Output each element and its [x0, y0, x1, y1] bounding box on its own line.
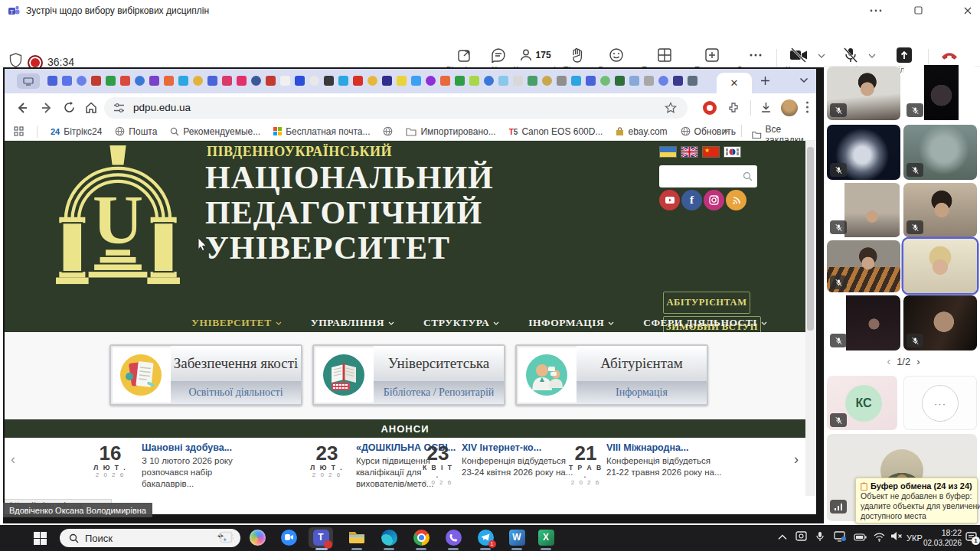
browser-tab-favicon[interactable]: [469, 76, 479, 86]
flag-uk-icon[interactable]: [681, 147, 697, 157]
browser-menu-icon[interactable]: [805, 100, 809, 114]
browser-tab-favicon[interactable]: [309, 76, 319, 86]
browser-tab-favicon[interactable]: [368, 76, 377, 86]
browser-tab-favicon[interactable]: [106, 76, 116, 86]
browser-tab-favicon[interactable]: [353, 76, 363, 86]
tab-list-chevron-icon[interactable]: [799, 77, 808, 83]
bookmark-item[interactable]: 24Бітрікс24: [51, 126, 102, 137]
browser-tab-favicon[interactable]: [251, 76, 261, 86]
rss-icon[interactable]: [726, 190, 746, 210]
browser-tab-favicon[interactable]: [207, 76, 217, 86]
nav-item[interactable]: СТРУКТУРА: [423, 317, 499, 329]
youtube-icon[interactable]: [659, 190, 680, 210]
browser-tab-favicon[interactable]: [440, 76, 450, 86]
browser-tab-favicon[interactable]: [135, 76, 145, 86]
flag-korea-icon[interactable]: [724, 147, 740, 157]
participant-video-tile[interactable]: [827, 183, 900, 237]
teams-icon[interactable]: T: [312, 528, 330, 546]
home-icon[interactable]: [84, 101, 98, 115]
news-title[interactable]: Шановні здобува...: [142, 442, 233, 453]
address-bar[interactable]: pdpu.edu.ua: [104, 97, 688, 119]
browser-tab-favicon[interactable]: [164, 76, 174, 86]
banner-card-applicants[interactable]: АбітурієнтамІнформація: [515, 344, 708, 406]
banner-card-library[interactable]: УніверситетськаБібліотека / Репозитарій: [312, 344, 505, 406]
viber-icon[interactable]: [444, 528, 462, 546]
participant-video-tile[interactable]: [903, 65, 977, 120]
notification-center-icon[interactable]: 1: [965, 532, 977, 543]
page-scrollbar[interactable]: [805, 141, 816, 496]
nav-item[interactable]: СФЕРИ ДІЯЛЬНОСТІ: [643, 317, 767, 329]
tune-icon[interactable]: [113, 103, 125, 113]
browser-tab-favicon[interactable]: [484, 76, 494, 86]
browser-tab-favicon[interactable]: [338, 76, 348, 86]
participant-video-tile[interactable]: [903, 125, 977, 180]
tray-display-icon[interactable]: [834, 531, 846, 542]
tray-volume-muted-icon[interactable]: [890, 531, 903, 541]
site-search-input[interactable]: [659, 165, 757, 187]
extension-red-icon[interactable]: [703, 101, 717, 115]
browser-tab-favicon[interactable]: [615, 76, 625, 86]
participant-video-tile[interactable]: [827, 240, 900, 292]
bookmarks-overflow-icon[interactable]: »: [723, 125, 728, 136]
banner-card-quality[interactable]: Забезпечення якостіОсвітньої діяльності: [109, 344, 302, 406]
flag-ukraine-icon[interactable]: [660, 147, 676, 157]
browser-tab-favicon[interactable]: [644, 76, 654, 86]
browser-tab-favicon[interactable]: [411, 76, 421, 86]
browser-tab-favicon[interactable]: [324, 76, 334, 86]
camera-chevron-icon[interactable]: [818, 54, 825, 58]
instagram-icon[interactable]: [704, 190, 724, 210]
carousel-next-icon[interactable]: ›: [794, 452, 799, 468]
page-prev-icon[interactable]: ‹: [887, 355, 890, 367]
window-close-icon[interactable]: [963, 6, 972, 15]
browser-tab-favicon[interactable]: [295, 76, 305, 86]
browser-tab-favicon[interactable]: [542, 76, 552, 86]
bookmark-item[interactable]: ebay.com: [616, 126, 667, 137]
browser-tab-favicon[interactable]: [397, 76, 407, 86]
bookmark-item[interactable]: [383, 126, 393, 137]
browser-tab-favicon[interactable]: [455, 76, 465, 86]
edge-icon[interactable]: [380, 528, 398, 546]
participant-video-tile[interactable]: [827, 125, 900, 180]
browser-tab-favicon[interactable]: [571, 76, 581, 86]
participant-video-tile[interactable]: [827, 67, 900, 120]
browser-tab-favicon[interactable]: [237, 76, 247, 86]
browser-tab-favicon[interactable]: [688, 76, 697, 86]
apps-grid-icon[interactable]: [14, 126, 24, 136]
copilot-icon[interactable]: [248, 528, 266, 546]
participant-video-tile[interactable]: [903, 183, 977, 237]
tray-chevron-icon[interactable]: [778, 534, 787, 540]
news-item[interactable]: VIII Міжнародна...Конференція відбудетьс…: [606, 442, 722, 478]
new-tab-icon[interactable]: [760, 75, 771, 86]
participant-video-tile[interactable]: [903, 239, 977, 293]
browser-tab-favicon[interactable]: [149, 76, 159, 86]
taskbar-search[interactable]: Поиск ✦✦: [60, 529, 240, 547]
window-more-icon[interactable]: [870, 7, 882, 15]
extensions-puzzle-icon[interactable]: [727, 102, 740, 114]
participant-video-tile[interactable]: [903, 295, 977, 350]
browser-tab-favicon[interactable]: [426, 76, 436, 86]
nav-item[interactable]: ІНФОРМАЦІЯ: [528, 317, 614, 329]
bookmark-item[interactable]: Пошта: [115, 126, 157, 137]
browser-tab-favicon[interactable]: [658, 76, 668, 86]
window-restore-icon[interactable]: [914, 6, 923, 15]
browser-tab-favicon[interactable]: [382, 76, 392, 86]
browser-tab-favicon[interactable]: [77, 76, 87, 86]
downloads-icon[interactable]: [760, 101, 773, 114]
tray-battery-icon[interactable]: [854, 533, 867, 541]
start-button-icon[interactable]: [34, 532, 47, 545]
browser-tab-favicon[interactable]: [193, 76, 203, 86]
zoom-icon[interactable]: [279, 528, 298, 546]
bookmark-item[interactable]: Импортировано...: [406, 126, 495, 137]
back-icon[interactable]: [15, 101, 29, 115]
header-button[interactable]: АБІТУРІЄНТАМ: [663, 292, 750, 314]
page-next-icon[interactable]: ›: [916, 356, 920, 367]
browser-tab-favicon[interactable]: [629, 76, 639, 86]
word-icon[interactable]: W: [508, 528, 526, 546]
browser-tab-favicon[interactable]: [47, 76, 57, 86]
chrome-icon[interactable]: [412, 528, 430, 546]
news-item[interactable]: XIV Інтернет-ко...Конференція відбудетьс…: [462, 442, 573, 478]
bookmark-item[interactable]: Рекомендуемые...: [170, 126, 260, 137]
browser-tab-favicon[interactable]: [178, 76, 188, 86]
facebook-icon[interactable]: f: [681, 190, 702, 210]
telegram-icon[interactable]: 1: [476, 528, 495, 546]
